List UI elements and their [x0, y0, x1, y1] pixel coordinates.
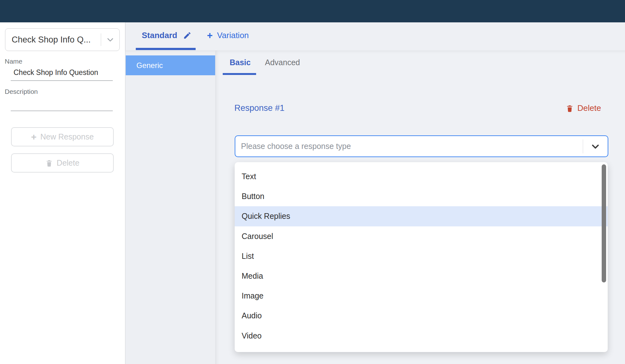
edit-pencil-icon[interactable] [183, 31, 192, 40]
response-type-dropdown: Text Button Quick Replies Carousel List … [235, 162, 608, 352]
response-type-option-label: Video [242, 331, 262, 340]
new-response-button-label: New Response [40, 132, 94, 141]
question-selector[interactable]: Check Shop Info Q... [5, 28, 120, 51]
response-type-option-label: Carousel [242, 232, 273, 241]
name-label: Name [5, 58, 22, 65]
editor-tab-bar: Basic Advanced [215, 50, 625, 76]
response-type-option[interactable]: List [235, 246, 608, 266]
new-response-button[interactable]: + New Response [11, 127, 114, 146]
chevron-down-icon[interactable] [101, 36, 119, 44]
trash-icon [566, 104, 574, 113]
response-type-option[interactable]: Quick Replies [235, 206, 608, 226]
editor-panel: Basic Advanced Response #1 Delete Please… [215, 50, 625, 364]
response-header: Response #1 Delete [215, 102, 625, 115]
plus-icon: + [207, 31, 213, 40]
response-type-option[interactable]: Media [235, 266, 608, 286]
response-type-placeholder: Please choose a response type [235, 142, 583, 151]
chevron-down-icon[interactable] [583, 142, 608, 151]
tab-advanced[interactable]: Advanced [265, 58, 300, 67]
response-title: Response #1 [234, 103, 284, 113]
name-input[interactable]: Check Shop Info Question [14, 68, 108, 77]
name-input-underline [11, 80, 113, 81]
question-selector-value: Check Shop Info Q... [5, 35, 101, 45]
delete-question-button-label: Delete [57, 158, 79, 168]
response-type-option[interactable]: Image [235, 286, 608, 306]
trash-icon [45, 159, 53, 167]
top-navbar [0, 0, 625, 22]
add-variation-button[interactable]: + Variation [207, 22, 249, 48]
add-variation-label: Variation [217, 31, 249, 40]
dropdown-scrollbar[interactable] [602, 164, 606, 282]
active-tab-underline [136, 48, 196, 50]
response-list-item-label: Generic [136, 61, 163, 70]
response-type-option[interactable]: Video [235, 326, 608, 346]
delete-response-label: Delete [577, 103, 601, 113]
tab-standard[interactable]: Standard [142, 22, 192, 48]
response-list-item[interactable]: Generic [126, 55, 215, 75]
main-area: Standard + Variation Generic Basic Advan… [126, 22, 625, 364]
response-type-option-label: Text [242, 172, 256, 181]
description-input-underline [11, 111, 113, 111]
response-type-option[interactable]: Button [235, 186, 608, 206]
response-type-option-label: Quick Replies [242, 212, 290, 221]
description-label: Description [5, 88, 38, 95]
response-type-option-label: List [242, 252, 254, 261]
tab-basic[interactable]: Basic [230, 58, 251, 67]
response-type-option[interactable]: Carousel [235, 226, 608, 246]
delete-question-button[interactable]: Delete [11, 153, 114, 173]
plus-icon: + [31, 132, 37, 142]
response-type-option-label: Image [242, 291, 263, 300]
sidebar: Check Shop Info Q... Name Check Shop Inf… [0, 22, 125, 364]
variation-tab-bar: Standard + Variation [126, 22, 625, 50]
response-type-select[interactable]: Please choose a response type [235, 135, 608, 157]
response-list-panel: Generic [126, 50, 215, 364]
tab-standard-label: Standard [142, 31, 177, 40]
response-type-option[interactable]: Text [235, 167, 608, 186]
response-type-option-label: Button [242, 192, 264, 201]
active-tab-underline [223, 73, 256, 75]
response-type-option[interactable]: Audio [235, 306, 608, 326]
response-type-option-label: Audio [242, 311, 262, 320]
response-type-option-label: Media [242, 271, 263, 281]
delete-response-button[interactable]: Delete [566, 103, 601, 113]
